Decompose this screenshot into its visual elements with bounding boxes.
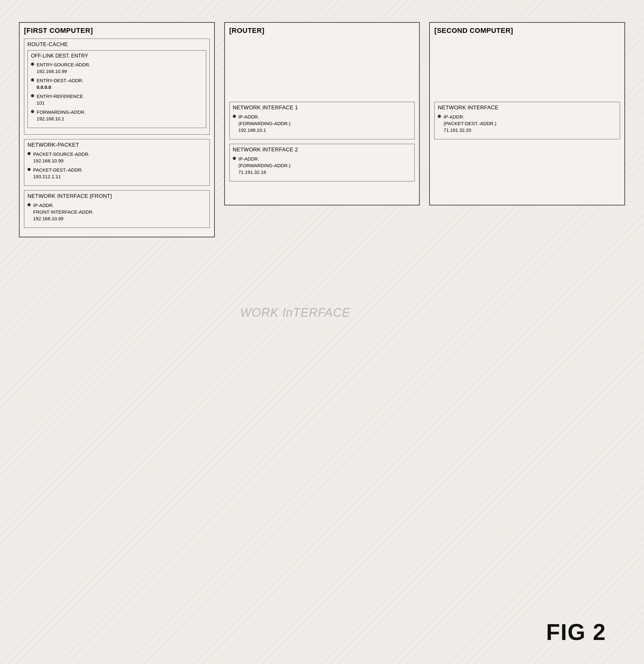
bullet-text-8: IP-ADDR. (FORWARDING-ADDR.)192.168.10.1: [238, 113, 291, 133]
route-cache-title: ROUTE-CACHE: [27, 41, 206, 48]
ni-sc-title: NETWORK INTERFACE: [438, 105, 617, 111]
bullet-text-10: IP-ADDR. (PACKET-DEST.-ADDR.)71.191.32.2…: [444, 113, 496, 133]
router-label: [ROUTER]: [229, 26, 415, 35]
bullet-sc-ip: IP-ADDR. (PACKET-DEST.-ADDR.)71.191.32.2…: [438, 113, 617, 133]
second-computer-box: [SECOND COMPUTER] NETWORK INTERFACE IP-A…: [429, 22, 625, 205]
bullet-dot-9: [233, 157, 236, 160]
bullet-text-1: ENTRY-SOURCE-ADDR. 192.168.10.99: [37, 61, 90, 75]
network-interface-1-box: NETWORK INTERFACE 1 IP-ADDR. (FORWARDING…: [229, 102, 415, 139]
bullet-text-5: PACKET-SOURCE-ADDR. 192.168.10.99: [33, 151, 90, 164]
bullet-dot-8: [233, 115, 236, 118]
bullet-text-9: IP-ADDR. (FORWARDING-ADDR.)71.191.32.18: [238, 155, 291, 175]
bullet-text-2: ENTRY-DEST.-ADDR. 0.0.0.0: [37, 77, 83, 90]
route-cache-box: ROUTE-CACHE OFF-LINK DEST. ENTRY ENTRY-S…: [24, 39, 210, 134]
bullet-text-7: IP-ADDR. FRONT INTERFACE-ADDR.192.168.10…: [33, 202, 93, 222]
bullet-ni1-ip: IP-ADDR. (FORWARDING-ADDR.)192.168.10.1: [233, 113, 411, 133]
off-link-dest-entry-box: OFF-LINK DEST. ENTRY ENTRY-SOURCE-ADDR. …: [27, 50, 206, 128]
bullet-ni2-ip: IP-ADDR. (FORWARDING-ADDR.)71.191.32.18: [233, 155, 411, 175]
off-link-title: OFF-LINK DEST. ENTRY: [31, 53, 203, 59]
bullet-dot-10: [438, 115, 441, 118]
first-computer-label: [FIRST COMPUTER]: [24, 26, 210, 35]
second-computer-spacer: [434, 39, 620, 102]
second-computer-label: [SECOND COMPUTER]: [434, 26, 620, 35]
network-packet-box: NETWORK-PACKET PACKET-SOURCE-ADDR. 192.1…: [24, 139, 210, 186]
first-computer-box: [FIRST COMPUTER] ROUTE-CACHE OFF-LINK DE…: [19, 22, 215, 237]
fig-label: FIG 2: [546, 619, 606, 645]
network-packet-title: NETWORK-PACKET: [27, 142, 206, 148]
bullet-dot-1: [31, 63, 34, 66]
bullet-dot-2: [31, 78, 34, 82]
network-interface-2-box: NETWORK INTERFACE 2 IP-ADDR. (FORWARDING…: [229, 144, 415, 181]
computers-row: [FIRST COMPUTER] ROUTE-CACHE OFF-LINK DE…: [19, 22, 625, 237]
bullet-dot-3: [31, 94, 34, 97]
network-interface-front-title: NETWORK INTERFACE [FRONT]: [27, 193, 206, 200]
bullet-packet-source: PACKET-SOURCE-ADDR. 192.168.10.99: [27, 151, 206, 164]
bullet-ip-addr-front: IP-ADDR. FRONT INTERFACE-ADDR.192.168.10…: [27, 202, 206, 222]
bullet-dot-6: [27, 168, 30, 171]
ni1-title: NETWORK INTERFACE 1: [233, 105, 411, 111]
bullet-entry-source-addr: ENTRY-SOURCE-ADDR. 192.168.10.99: [31, 61, 203, 75]
router-spacer: [229, 39, 415, 102]
bullet-dot-4: [31, 110, 34, 113]
work-interface-label: WORK InTERFACE: [240, 306, 350, 319]
bullet-dot-7: [27, 203, 30, 206]
ni2-title: NETWORK INTERFACE 2: [233, 147, 411, 153]
bullet-text-4: FORWARDING-ADDR. 192.168.10.1: [37, 109, 86, 122]
network-interface-front-box: NETWORK INTERFACE [FRONT] IP-ADDR. FRONT…: [24, 190, 210, 228]
bullet-forwarding-addr: FORWARDING-ADDR. 192.168.10.1: [31, 109, 203, 122]
router-box: [ROUTER] NETWORK INTERFACE 1 IP-ADDR. (F…: [224, 22, 420, 205]
bullet-dot-5: [27, 152, 30, 155]
bullet-packet-dest: PACKET-DEST.-ADDR. 193.212.1.11: [27, 167, 206, 180]
bullet-text-3: ENTRY-REFERENCE 101: [37, 93, 83, 106]
network-interface-sc-box: NETWORK INTERFACE IP-ADDR. (PACKET-DEST.…: [434, 102, 620, 139]
bullet-text-6: PACKET-DEST.-ADDR. 193.212.1.11: [33, 167, 83, 180]
bullet-entry-dest-addr: ENTRY-DEST.-ADDR. 0.0.0.0: [31, 77, 203, 90]
diagram-area: [FIRST COMPUTER] ROUTE-CACHE OFF-LINK DE…: [19, 16, 625, 237]
bullet-entry-reference: ENTRY-REFERENCE 101: [31, 93, 203, 106]
